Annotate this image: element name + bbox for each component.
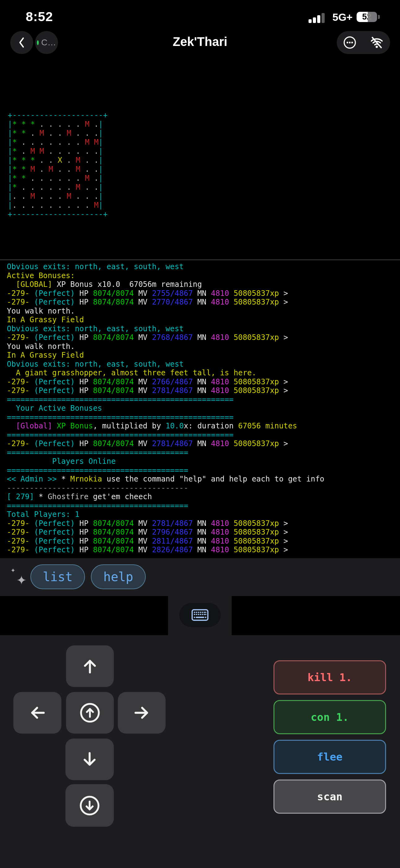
terminal-line: In A Grassy Field (7, 315, 324, 324)
terminal-line: -279- (Perfect) HP 8074/8074 MV 2755/486… (7, 289, 324, 298)
terminal-line: Players Online (7, 457, 324, 466)
dpad-east-button[interactable] (118, 692, 166, 734)
terminal-line: -279- (Perfect) HP 8074/8074 MV 2781/486… (7, 519, 324, 528)
terminal-line: In A Grassy Field (7, 351, 324, 360)
terminal-line: You walk north. (7, 342, 324, 351)
terminal-line: ========================================… (7, 431, 324, 440)
ascii-map: +--------------------+|* * * . . . . . M… (8, 111, 108, 219)
terminal-line: ========================================… (7, 395, 324, 404)
header-actions-pill (337, 31, 390, 54)
dpad-down-button[interactable] (65, 784, 114, 827)
arrow-down-circle-icon (78, 794, 101, 817)
terminal-output[interactable]: Obvious exits: north, east, south, westA… (7, 262, 324, 554)
more-options-button[interactable] (340, 35, 359, 50)
dpad-south-button[interactable] (65, 739, 114, 780)
map-row: +--------------------+ (8, 210, 108, 219)
terminal-line: -279- (Perfect) HP 8074/8074 MV 2826/486… (7, 546, 324, 554)
suggestion-help[interactable]: help (91, 564, 145, 589)
input-area-right[interactable] (232, 596, 400, 635)
arrow-left-icon (28, 703, 47, 723)
map-row: |. . . . . . . . . M| (8, 200, 108, 210)
terminal-line: << Admin >> * Mrnokia use the command "h… (7, 475, 324, 484)
suggestion-list[interactable]: list (30, 564, 85, 589)
terminal-line: Obvious exits: north, east, south, west (7, 262, 324, 271)
cellular-signal-icon (308, 12, 329, 23)
macro-con-1[interactable]: con 1. (273, 700, 386, 734)
app-screen: 8:52 5G+ 52 C… Zek'Thari (0, 0, 400, 868)
network-type-label: 5G+ (332, 11, 353, 23)
terminal-line: ======================================== (7, 501, 324, 510)
dpad-up-button[interactable] (66, 692, 114, 734)
macro-scan[interactable]: scan (273, 779, 386, 814)
terminal-line: -279- (Perfect) HP 8074/8074 MV 2770/486… (7, 298, 324, 307)
map-row: |* * . . . . . . M .| (8, 174, 108, 183)
terminal-line: -279- (Perfect) HP 8074/8074 MV 2781/486… (7, 386, 324, 395)
map-row: |* * * . . . . . M .| (8, 120, 108, 128)
sparkles-icon: ✦✦ (10, 568, 27, 586)
terminal-line: -279- (Perfect) HP 8074/8074 MV 2768/486… (7, 333, 324, 342)
terminal-line: Obvious exits: north, east, south, west (7, 360, 324, 369)
terminal-line: [ 279] * Ghostfire get'em cheech (7, 492, 324, 501)
macro-kill-1[interactable]: kill 1. (273, 660, 386, 694)
map-row: |* * . M . . M . . .| (8, 128, 108, 137)
dpad-west-button[interactable] (13, 692, 61, 734)
map-row: |* . M M . . . . . .| (8, 147, 108, 156)
keyboard-accessory-row (0, 596, 400, 635)
map-row: |* * * . . X . M . .| (8, 156, 108, 164)
ellipsis-circle-icon (342, 35, 357, 50)
terminal-line: Active Bonuses: (7, 271, 324, 280)
suggestion-pills: listhelp (30, 564, 146, 589)
terminal-line: ========================================… (7, 413, 324, 422)
map-row: |* . . . . . . M . .| (8, 183, 108, 191)
terminal-line: You walk north. (7, 307, 324, 316)
arrow-up-icon (80, 656, 100, 676)
terminal-line: Your Active Bonuses (7, 404, 324, 413)
battery-cap (378, 15, 380, 19)
map-row: |* . . . . . . . M M| (8, 137, 108, 147)
map-row: +--------------------+ (8, 111, 108, 120)
map-row: |* * M . M . . M . .| (8, 164, 108, 174)
arrow-up-circle-icon (78, 701, 101, 724)
keyboard-icon (191, 609, 209, 621)
dpad-north-button[interactable] (66, 645, 114, 687)
disconnect-button[interactable] (367, 35, 386, 50)
arrow-right-icon (132, 703, 152, 723)
terminal-line: [GLOBAL] XP Bonus x10.0 67056m remaining (7, 280, 324, 289)
wifi-slash-icon (369, 35, 385, 50)
terminal-line: ======================================== (7, 466, 324, 475)
terminal-line: A giant grasshopper, almost three feet t… (7, 369, 324, 377)
divider (0, 259, 400, 260)
terminal-line: [Global] XP Bonus, multiplied by 10.0x: … (7, 422, 324, 431)
arrow-down-icon (80, 749, 100, 769)
terminal-line: ======================================== (7, 448, 324, 457)
terminal-line: -279- (Perfect) HP 8074/8074 MV 2811/486… (7, 537, 324, 546)
terminal-line: ---------------------------------------- (7, 484, 324, 493)
terminal-line: -279- (Perfect) HP 8074/8074 MV 2796/486… (7, 528, 324, 537)
clock: 8:52 (19, 9, 60, 24)
map-row: |. . M . . . M . . .| (8, 191, 108, 200)
keyboard-toggle-button[interactable] (179, 603, 221, 627)
battery-icon: 52 (357, 12, 377, 22)
terminal-line: Total Players: 1 (7, 510, 324, 519)
battery-percent: 52 (362, 12, 371, 22)
terminal-line: Obvious exits: north, east, south, west (7, 324, 324, 333)
input-area-left[interactable] (0, 596, 168, 635)
terminal-line: -279- (Perfect) HP 8074/8074 MV 2781/486… (7, 439, 324, 448)
terminal-line: -279- (Perfect) HP 8074/8074 MV 2766/486… (7, 377, 324, 386)
macro-flee[interactable]: flee (273, 740, 386, 774)
